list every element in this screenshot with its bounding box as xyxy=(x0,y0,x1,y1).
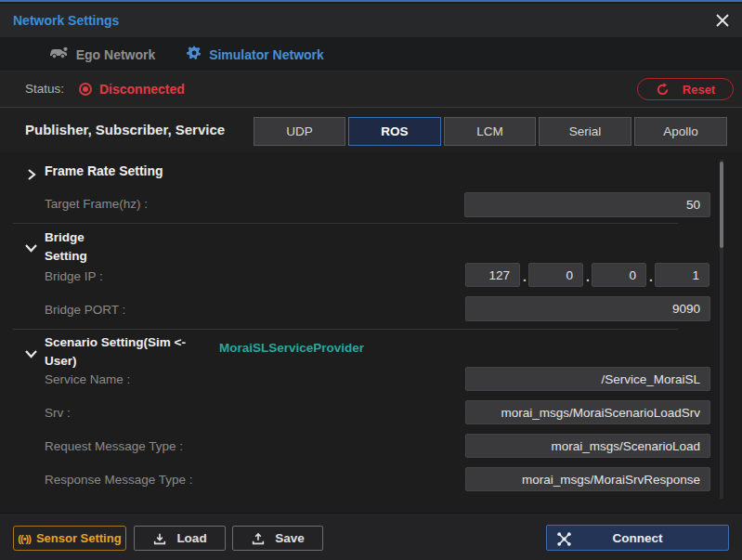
protocol-label: Publisher, Subscriber, Service xyxy=(25,108,225,152)
scenario-title-line1: Scenario Setting(Sim <- xyxy=(45,333,186,352)
bridge-title-line2: Setting xyxy=(45,247,87,266)
bridge-ip-octet1-input[interactable] xyxy=(465,263,520,287)
srv-label: Srv : xyxy=(45,406,71,420)
request-message-type-input[interactable] xyxy=(465,434,710,458)
status-bar: Status: Disconnected Reset xyxy=(0,72,742,107)
sensor-setting-label: Sensor Setting xyxy=(36,531,122,545)
load-label: Load xyxy=(176,531,206,545)
chevron-right-icon[interactable] xyxy=(26,167,36,184)
car-icon xyxy=(49,46,69,62)
tab-bar: Ego Network Simulator Network xyxy=(0,37,742,72)
target-frame-label: Target Frame(hz) : xyxy=(45,197,148,211)
connect-node-icon xyxy=(556,531,572,547)
response-message-type-input[interactable] xyxy=(465,467,710,491)
bridge-ip-octet2-input[interactable] xyxy=(528,263,583,287)
bridge-ip-octet4-input[interactable] xyxy=(655,263,709,287)
section-title-bridge[interactable]: Bridge Setting xyxy=(45,228,87,266)
bridge-title-line1: Bridge xyxy=(45,228,87,247)
reset-button[interactable]: Reset xyxy=(637,78,734,100)
divider xyxy=(13,329,678,330)
bridge-ip-label: Bridge IP : xyxy=(45,269,103,283)
bridge-ip-octet3-input[interactable] xyxy=(592,263,646,287)
protocol-apollo-button[interactable]: Apollo xyxy=(634,117,727,146)
scrollbar-thumb[interactable] xyxy=(720,162,723,248)
ip-dot: . xyxy=(649,269,653,284)
reset-label: Reset xyxy=(683,83,715,97)
chevron-down-icon[interactable] xyxy=(25,240,37,256)
settings-scroll-area: Frame Rate Setting Target Frame(hz) : Br… xyxy=(0,152,742,513)
service-name-input[interactable] xyxy=(465,367,710,391)
protocol-serial-button[interactable]: Serial xyxy=(539,117,631,146)
sensor-setting-button[interactable]: ((•)) Sensor Setting xyxy=(13,526,126,551)
tab-simulator-network[interactable]: Simulator Network xyxy=(173,37,338,72)
footer-bar: ((•)) Sensor Setting Load Save xyxy=(0,513,742,560)
scenario-provider-label: MoraiSLServiceProvider xyxy=(219,341,364,355)
ip-dot: . xyxy=(586,269,590,284)
target-frame-input[interactable] xyxy=(464,192,710,217)
ip-dot: . xyxy=(523,269,527,284)
status-label: Status: xyxy=(25,72,64,107)
srv-input[interactable] xyxy=(465,400,710,424)
bridge-port-input[interactable] xyxy=(465,296,710,321)
chevron-down-icon[interactable] xyxy=(25,345,37,362)
bridge-port-label: Bridge PORT : xyxy=(45,303,125,317)
section-title-frame-rate[interactable]: Frame Rate Setting xyxy=(45,163,163,178)
tab-ego-label: Ego Network xyxy=(76,47,156,62)
gear-icon xyxy=(187,46,202,63)
tab-simulator-label: Simulator Network xyxy=(209,47,324,62)
connect-button[interactable]: Connect xyxy=(546,525,729,551)
service-name-label: Service Name : xyxy=(45,372,130,386)
save-label: Save xyxy=(275,531,305,545)
title-bar: Network Settings xyxy=(0,4,742,37)
load-button[interactable]: Load xyxy=(134,526,226,551)
network-settings-dialog: Network Settings Ego Network xyxy=(0,0,742,560)
status-dot-icon xyxy=(79,83,92,96)
download-icon xyxy=(152,531,167,546)
protocol-lcm-button[interactable]: LCM xyxy=(444,117,536,146)
protocol-udp-button[interactable]: UDP xyxy=(254,117,345,146)
connect-label: Connect xyxy=(613,531,663,545)
status-value: Disconnected xyxy=(99,72,185,107)
request-message-type-label: Request Message Type : xyxy=(45,439,183,453)
divider xyxy=(13,223,678,224)
dialog-title: Network Settings xyxy=(13,4,119,37)
upload-icon xyxy=(251,531,266,546)
save-button[interactable]: Save xyxy=(232,526,323,551)
refresh-icon xyxy=(656,83,670,97)
section-title-scenario[interactable]: Scenario Setting(Sim <- User) xyxy=(45,333,186,371)
scenario-title-line2: User) xyxy=(45,352,186,371)
close-icon[interactable] xyxy=(714,12,731,29)
broadcast-icon: ((•)) xyxy=(18,533,31,544)
protocol-ros-button[interactable]: ROS xyxy=(348,117,441,146)
protocol-row: Publisher, Subscriber, Service UDP ROS L… xyxy=(0,108,742,152)
response-message-type-label: Response Message Type : xyxy=(45,473,193,487)
tab-ego-network[interactable]: Ego Network xyxy=(37,37,167,72)
